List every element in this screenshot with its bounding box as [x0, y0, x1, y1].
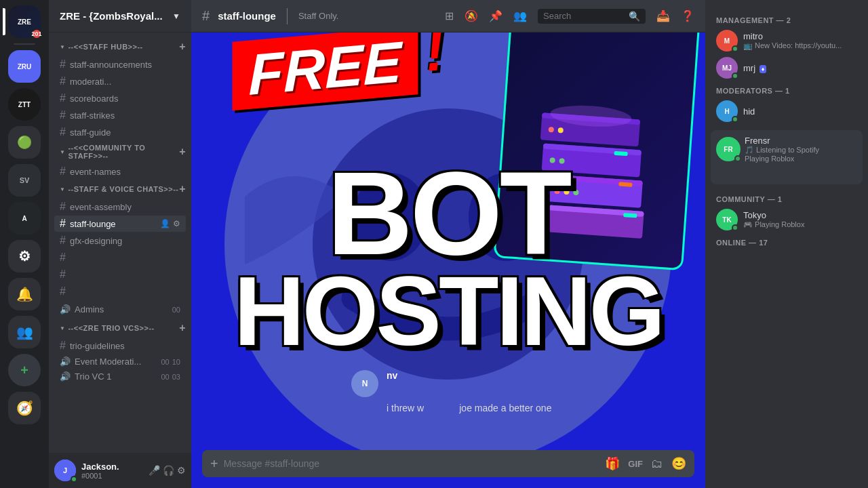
gear-icon[interactable]: ⚙	[173, 219, 180, 228]
channel-name: event-assembly	[70, 202, 132, 212]
add-channel-button[interactable]: +	[179, 322, 186, 334]
channel-event-names[interactable]: # event-names	[54, 163, 186, 180]
add-server-button[interactable]: +	[8, 354, 41, 386]
add-file-button[interactable]: +	[210, 456, 218, 472]
channel-name: staff-lounge	[70, 219, 116, 229]
voice-counts: 0010	[161, 358, 181, 366]
category-staff-hub[interactable]: ▼ --<<STAFF HUB>>-- +	[49, 38, 191, 56]
channel-scoreboards[interactable]: # scoreboards	[54, 90, 186, 106]
main-content: # staff-lounge Staff Only. ⊞ 🔕 📌 👥 🔍 📥 ❓	[191, 0, 705, 488]
member-name: Tokyo	[743, 210, 857, 220]
server-icon-7[interactable]: 👥	[8, 316, 41, 348]
channel-event-moderation[interactable]: 🔊 Event Moderati... 0010	[54, 354, 186, 369]
chat-input-wrapper: + 🎁 GIF 🗂 😊	[202, 450, 694, 477]
message-header: nv	[387, 370, 694, 381]
mute-button[interactable]: 🎤	[149, 465, 160, 476]
threads-icon[interactable]: ⊞	[445, 9, 454, 22]
channel-misc-2[interactable]: #	[54, 266, 186, 283]
channel-event-assembly[interactable]: # event-assembly	[54, 199, 186, 215]
channel-trio-guidelines[interactable]: # trio-guidelines	[54, 338, 186, 354]
category-label: --<<COMMUNITY TO STAFF>>--	[68, 144, 179, 160]
channel-misc-1[interactable]: #	[54, 249, 186, 266]
members-icon[interactable]: 👥	[513, 9, 527, 22]
inbox-icon[interactable]: 📥	[656, 9, 670, 22]
user-settings-icon[interactable]: 👤	[160, 219, 170, 228]
category-community-to-staff[interactable]: ▼ --<<COMMUNITY TO STAFF>>-- +	[49, 141, 191, 163]
server-icon-zre[interactable]: ZRE 201	[8, 5, 41, 38]
server-icon-2[interactable]: 🟢	[8, 126, 41, 159]
member-tokyo[interactable]: TK Tokyo 🎮 Playing Roblox	[711, 206, 863, 233]
server-header[interactable]: ZRE - {ZombsRoyal... ▼	[49, 0, 191, 33]
notification-icon[interactable]: 🔕	[465, 9, 478, 22]
member-mitro[interactable]: M mitro 📺 New Video: https://youtu...	[711, 27, 863, 54]
channel-name: moderati...	[70, 77, 111, 87]
category-zre-trio-vcs[interactable]: ▼ --<<ZRE TRIO VCS>>-- +	[49, 319, 191, 337]
pin-icon[interactable]: 📌	[489, 9, 502, 22]
server-icon-ztt[interactable]: ZTT	[8, 88, 41, 121]
member-avatar: TK	[716, 209, 738, 230]
channel-gfx-designing[interactable]: # gfx-designing	[54, 232, 186, 249]
channel-misc-3[interactable]: #	[54, 283, 186, 300]
user-discriminator: #0001	[81, 472, 143, 480]
category-arrow: ▼	[60, 325, 65, 331]
channel-moderati[interactable]: # moderati...	[54, 73, 186, 89]
channel-staff-announcements[interactable]: # staff-announcements	[54, 56, 186, 73]
frensr-activity: 🎵 Listening to Spotify	[745, 146, 819, 155]
server-list: ZRE 201 ZRU ZTT 🟢 SV A ⚙ 🔔 👥 + 🧭	[0, 0, 49, 488]
add-channel-button[interactable]: +	[179, 183, 186, 195]
member-name: mitro	[743, 31, 857, 41]
emoji-icon[interactable]: 😊	[671, 456, 686, 471]
channel-staff-lounge[interactable]: # staff-lounge 👤 ⚙	[54, 216, 186, 232]
category-label: --STAFF & VOICE CHATS>>--	[68, 185, 179, 193]
gif-button[interactable]: GIF	[628, 459, 643, 469]
server-icon-4[interactable]: A	[8, 202, 41, 235]
message-item: i threw w joe made a better one	[351, 403, 694, 413]
channel-staff-guide[interactable]: # staff-guide	[54, 124, 186, 140]
explore-servers-button[interactable]: 🧭	[8, 392, 41, 424]
member-avatar: H	[716, 100, 738, 122]
server-icon-3[interactable]: SV	[8, 164, 41, 197]
server-icon-1[interactable]: ZRU	[8, 50, 41, 83]
frensr-name: Frensr	[745, 136, 819, 146]
gift-icon[interactable]: 🎁	[605, 456, 620, 471]
add-channel-button[interactable]: +	[179, 41, 186, 53]
channel-header-name: staff-lounge	[218, 10, 276, 22]
member-mrj[interactable]: MJ mrj ♦	[711, 54, 863, 81]
server-dropdown-arrow: ▼	[172, 12, 180, 21]
settings-button[interactable]: ⚙	[177, 465, 186, 476]
chat-input-actions: 🎁 GIF 🗂 😊	[605, 456, 686, 471]
category-staff-voice-chats[interactable]: ▼ --STAFF & VOICE CHATS>>-- +	[49, 180, 191, 198]
frensr-avatar: FR	[716, 137, 741, 161]
messages-preview: N nv i threw w joe made a better one	[340, 370, 705, 413]
server-icon-5[interactable]: ⚙	[8, 240, 41, 272]
add-channel-button[interactable]: +	[179, 146, 186, 158]
member-status-indicator	[732, 73, 738, 79]
text-channel-icon: #	[60, 340, 66, 352]
search-input[interactable]	[543, 11, 625, 21]
member-category-community: COMMUNITY — 1	[711, 190, 863, 206]
text-channel-icon: #	[60, 126, 66, 138]
member-hid[interactable]: H hid	[711, 98, 863, 125]
member-avatar: MJ	[716, 57, 738, 79]
channel-name: event-names	[70, 167, 121, 177]
channel-type-icon: #	[202, 8, 210, 24]
server-icon-6[interactable]: 🔔	[8, 278, 41, 310]
channel-trio-vc-1[interactable]: 🔊 Trio VC 1 0003	[54, 369, 186, 384]
channel-name: staff-announcements	[70, 60, 152, 70]
category-label: --<<ZRE TRIO VCS>>--	[68, 324, 179, 332]
message-item: N nv	[351, 370, 694, 397]
message-input[interactable]	[224, 450, 600, 477]
channel-staff-strikes[interactable]: # staff-strikes	[54, 107, 186, 123]
message-avatar: N	[351, 370, 378, 397]
help-icon[interactable]: ❓	[681, 9, 694, 22]
svg-point-2	[353, 173, 428, 261]
channel-admins-voice[interactable]: 🔊 Admins 00	[54, 302, 186, 317]
channel-name: staff-guide	[70, 127, 111, 138]
search-bar[interactable]: 🔍	[538, 9, 646, 24]
category-label: --<<STAFF HUB>>--	[68, 43, 179, 51]
channel-name: gfx-designing	[70, 236, 122, 246]
sticker-icon[interactable]: 🗂	[651, 457, 663, 471]
member-activity-card: FR Frensr 🎵 Listening to Spotify Playing…	[711, 130, 863, 184]
deafen-button[interactable]: 🎧	[163, 465, 174, 476]
channel-settings[interactable]: 👤 ⚙	[160, 219, 180, 228]
